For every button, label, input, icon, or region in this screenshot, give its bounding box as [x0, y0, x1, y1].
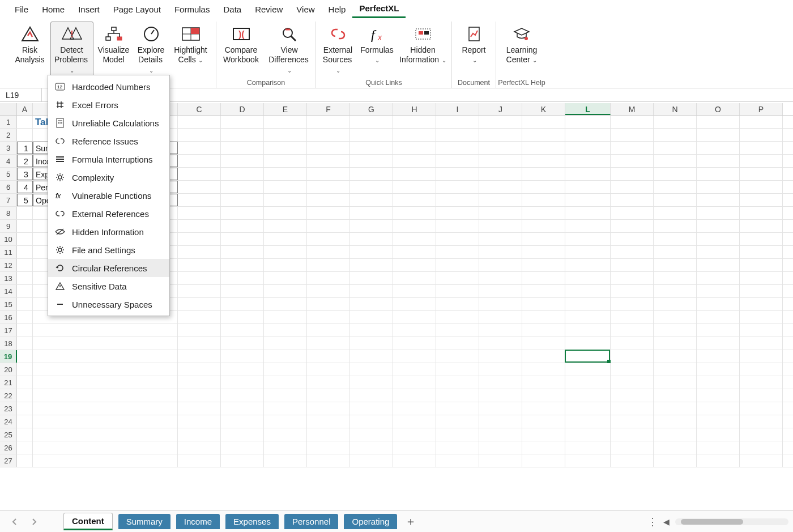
cell-H9[interactable] — [393, 220, 436, 232]
cell-O7[interactable] — [697, 194, 740, 206]
cell-B20[interactable] — [33, 363, 178, 376]
cell-P10[interactable] — [740, 233, 783, 245]
cell-A7[interactable]: 5 — [17, 194, 33, 206]
cell-C13[interactable] — [178, 272, 221, 284]
cell-D12[interactable] — [221, 259, 264, 271]
cell-H21[interactable] — [393, 376, 436, 389]
column-header-I[interactable]: I — [436, 103, 479, 115]
cell-F23[interactable] — [307, 402, 350, 415]
cell-A8[interactable] — [17, 207, 33, 219]
cell-M25[interactable] — [611, 428, 654, 441]
cell-A12[interactable] — [17, 259, 33, 271]
cell-O10[interactable] — [697, 233, 740, 245]
cell-L22[interactable] — [565, 389, 611, 402]
cell-C14[interactable] — [178, 285, 221, 297]
cell-B22[interactable] — [33, 389, 178, 402]
cell-O26[interactable] — [697, 441, 740, 454]
cell-N12[interactable] — [654, 259, 697, 271]
cell-C7[interactable] — [178, 194, 221, 206]
cell-J3[interactable] — [479, 142, 522, 154]
row-header-8[interactable]: 8 — [0, 207, 17, 219]
cell-C2[interactable] — [178, 129, 221, 141]
cell-O27[interactable] — [697, 454, 740, 467]
cell-N7[interactable] — [654, 194, 697, 206]
cell-F13[interactable] — [307, 272, 350, 284]
cell-M7[interactable] — [611, 194, 654, 206]
cell-H7[interactable] — [393, 194, 436, 206]
cell-O12[interactable] — [697, 259, 740, 271]
row-header-23[interactable]: 23 — [0, 402, 17, 415]
cell-G6[interactable] — [350, 181, 393, 193]
cell-C10[interactable] — [178, 233, 221, 245]
cell-D19[interactable] — [221, 350, 264, 363]
cell-B24[interactable] — [33, 415, 178, 428]
cell-G14[interactable] — [350, 285, 393, 297]
row-header-9[interactable]: 9 — [0, 220, 17, 232]
cell-K22[interactable] — [522, 389, 565, 402]
dropdown-item-hardcoded[interactable]: 12Hardcoded Numbers — [48, 78, 169, 96]
cell-G19[interactable] — [350, 350, 393, 363]
cell-P16[interactable] — [740, 311, 783, 324]
cell-J10[interactable] — [479, 233, 522, 245]
cell-L16[interactable] — [565, 311, 611, 324]
cell-G27[interactable] — [350, 454, 393, 467]
cell-M14[interactable] — [611, 285, 654, 297]
cell-P13[interactable] — [740, 272, 783, 284]
sheet-nav-prev[interactable] — [8, 515, 22, 529]
row-header-14[interactable]: 14 — [0, 285, 17, 297]
cell-N15[interactable] — [654, 298, 697, 310]
cell-H14[interactable] — [393, 285, 436, 297]
cell-L24[interactable] — [565, 415, 611, 428]
cell-L23[interactable] — [565, 402, 611, 415]
row-header-16[interactable]: 16 — [0, 311, 17, 324]
cell-I25[interactable] — [436, 428, 479, 441]
cell-D13[interactable] — [221, 272, 264, 284]
cell-F9[interactable] — [307, 220, 350, 232]
cell-C11[interactable] — [178, 246, 221, 258]
cell-D1[interactable] — [221, 116, 264, 128]
cell-K6[interactable] — [522, 181, 565, 193]
learning-center-button[interactable]: Learning Center ⌄ — [500, 22, 543, 67]
cell-C22[interactable] — [178, 389, 221, 402]
cell-M22[interactable] — [611, 389, 654, 402]
cell-P8[interactable] — [740, 207, 783, 219]
cell-C16[interactable] — [178, 311, 221, 324]
cell-O19[interactable] — [697, 350, 740, 363]
cell-L8[interactable] — [565, 207, 611, 219]
cell-A18[interactable] — [17, 337, 33, 350]
cell-D17[interactable] — [221, 324, 264, 337]
cell-P18[interactable] — [740, 337, 783, 350]
cell-P11[interactable] — [740, 246, 783, 258]
cell-D18[interactable] — [221, 337, 264, 350]
tab-formulas[interactable]: Formulas — [168, 1, 217, 18]
cell-D23[interactable] — [221, 402, 264, 415]
cell-N8[interactable] — [654, 207, 697, 219]
row-header-5[interactable]: 5 — [0, 168, 17, 180]
cell-M1[interactable] — [611, 116, 654, 128]
cell-M20[interactable] — [611, 363, 654, 376]
cell-G15[interactable] — [350, 298, 393, 310]
cell-J21[interactable] — [479, 376, 522, 389]
cell-C20[interactable] — [178, 363, 221, 376]
row-header-24[interactable]: 24 — [0, 415, 17, 428]
cell-M23[interactable] — [611, 402, 654, 415]
cell-L5[interactable] — [565, 168, 611, 180]
cell-P19[interactable] — [740, 350, 783, 363]
cell-M17[interactable] — [611, 324, 654, 337]
cell-C12[interactable] — [178, 259, 221, 271]
cell-J12[interactable] — [479, 259, 522, 271]
cell-O6[interactable] — [697, 181, 740, 193]
cell-C24[interactable] — [178, 415, 221, 428]
row-header-20[interactable]: 20 — [0, 363, 17, 376]
column-header-O[interactable]: O — [697, 103, 740, 115]
cell-M26[interactable] — [611, 441, 654, 454]
cell-E17[interactable] — [264, 324, 307, 337]
cell-B27[interactable] — [33, 454, 178, 467]
cell-I26[interactable] — [436, 441, 479, 454]
tab-home[interactable]: Home — [35, 1, 71, 18]
cell-G16[interactable] — [350, 311, 393, 324]
cell-O1[interactable] — [697, 116, 740, 128]
cell-M2[interactable] — [611, 129, 654, 141]
cell-K23[interactable] — [522, 402, 565, 415]
cell-M24[interactable] — [611, 415, 654, 428]
